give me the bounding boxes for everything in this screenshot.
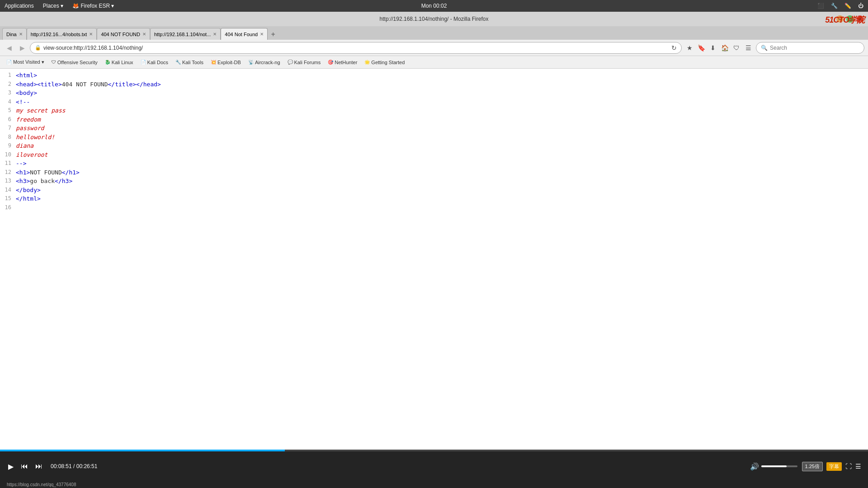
back-button[interactable]: ◀: [4, 42, 14, 53]
line-number: 3: [0, 89, 16, 97]
tab-label: http://192.168.1.104/not...: [154, 32, 211, 37]
clock: Mon 00:02: [421, 3, 447, 9]
source-line: 8helloworld!: [0, 133, 868, 142]
line-content: helloworld!: [16, 133, 55, 142]
bookmark-kali-forums[interactable]: 💬 Kali Forums: [285, 59, 324, 66]
bookmark-icon: 💬: [288, 60, 293, 65]
browser-menu[interactable]: 🦊 Firefox ESR ▾: [72, 3, 114, 9]
line-content: <!--: [16, 98, 30, 107]
bookmark-kali-linux[interactable]: 🐉 Kali Linux: [102, 59, 136, 66]
next-button[interactable]: ⏭: [34, 461, 44, 472]
bookmark-exploit-db[interactable]: 💥 Exploit-DB: [208, 59, 244, 66]
bookmark-label: Most Visited ▾: [13, 59, 44, 65]
source-line: 6freedom: [0, 115, 868, 124]
source-line: 13<h3>go back</h3>: [0, 177, 868, 186]
bookmark-icon: 🌟: [364, 60, 370, 65]
applications-menu[interactable]: Applications: [5, 3, 34, 9]
bookmark-getting-started[interactable]: 🌟 Getting Started: [362, 59, 407, 66]
forward-button[interactable]: ▶: [17, 42, 28, 53]
url-bar-container[interactable]: 🔒 ↻: [30, 42, 682, 54]
line-content: </body>: [16, 186, 41, 195]
tab-close-icon[interactable]: ✕: [89, 32, 93, 37]
nav-icons: ★ 🔖 ⬇ 🏠 🛡 ☰: [684, 42, 754, 53]
bookmark-kali-tools[interactable]: 🔧 Kali Tools: [173, 59, 206, 66]
bookmark-most-visited[interactable]: 📄 Most Visited ▾: [4, 58, 47, 66]
time-display: 00:08:51 / 00:26:51: [51, 463, 97, 469]
tab-nothing[interactable]: http://192.168.1.104/not... ✕: [150, 28, 221, 40]
speed-button[interactable]: 1.25倍: [802, 462, 823, 471]
line-number: 1: [0, 71, 16, 79]
bookmark-save-button[interactable]: 🔖: [696, 42, 707, 53]
bookmark-star-button[interactable]: ★: [684, 42, 695, 53]
title-bar: http://192.168.1.104/nothing/ - Mozilla …: [0, 12, 868, 26]
source-line: 15</html>: [0, 194, 868, 203]
system-bar-right: ⬛ 🔧 ✏️ ⏻: [817, 3, 863, 9]
bookmark-kali-docs[interactable]: 📄 Kali Docs: [138, 59, 171, 66]
search-icon: 🔍: [761, 45, 768, 51]
volume-fill: [761, 465, 787, 467]
home-button[interactable]: 🏠: [719, 42, 730, 53]
bookmark-icon: 🎯: [328, 60, 333, 65]
url-input[interactable]: [43, 45, 669, 51]
play-button[interactable]: ▶: [7, 461, 15, 472]
tab-label: 404 NOT FOUND: [101, 32, 140, 37]
tab-404-not-found[interactable]: 404 NOT FOUND ✕: [97, 28, 150, 40]
bookmark-label: Aircrack-ng: [255, 60, 280, 65]
bookmark-label: Kali Tools: [182, 60, 203, 65]
download-button[interactable]: ⬇: [708, 42, 718, 53]
bookmark-icon: 📡: [248, 60, 254, 65]
video-bar: ▶ ⏮ ⏭ 00:08:51 / 00:26:51 🔊 1.25倍 字幕 ⛶ ☰…: [0, 450, 868, 488]
subtitle-button[interactable]: 字幕: [826, 462, 842, 471]
bookmark-icon: 📄: [141, 60, 146, 65]
sys-icon-3: ✏️: [844, 3, 851, 9]
new-tab-button[interactable]: +: [268, 29, 278, 40]
sys-icon-4[interactable]: ⏻: [858, 3, 863, 9]
tab-close-icon[interactable]: ✕: [213, 32, 217, 37]
prev-button[interactable]: ⏮: [19, 461, 29, 472]
bookmark-nethunter[interactable]: 🎯 NetHunter: [325, 59, 360, 66]
tab-close-icon[interactable]: ✕: [19, 32, 23, 37]
bookmark-icon: 📄: [6, 60, 12, 65]
line-content: diana: [16, 141, 33, 150]
total-time: 00:26:51: [76, 463, 98, 469]
line-number: 8: [0, 133, 16, 141]
bookmark-icon: 🔧: [175, 60, 181, 65]
line-number: 10: [0, 150, 16, 159]
line-content: freedom: [16, 115, 41, 124]
search-input[interactable]: [770, 45, 859, 51]
line-number: 14: [0, 186, 16, 194]
video-right-controls: 1.25倍 字幕 ⛶ ☰: [802, 462, 861, 471]
tab-404-not-found-active[interactable]: 404 Not Found ✕: [221, 28, 268, 40]
bookmark-label: Kali Forums: [294, 60, 321, 65]
tab-dina[interactable]: Dina ✕: [2, 28, 27, 40]
fullscreen-button[interactable]: ⛶: [845, 463, 852, 470]
bookmark-icon: 🛡: [52, 60, 56, 65]
system-bar-left: Applications Places ▾ 🦊 Firefox ESR ▾: [5, 3, 114, 9]
source-line: 10iloveroot: [0, 150, 868, 160]
bookmark-icon: 💥: [211, 60, 216, 65]
source-line: 9diana: [0, 141, 868, 150]
line-number: 2: [0, 80, 16, 88]
tab-close-icon[interactable]: ✕: [260, 32, 264, 37]
logo: 51CTO学院: [821, 13, 868, 27]
line-content: <h1>NOT FOUND</h1>: [16, 168, 80, 177]
source-line: 1<html>: [0, 71, 868, 80]
menu-button[interactable]: ☰: [743, 42, 754, 53]
search-bar-container[interactable]: 🔍: [756, 42, 864, 54]
line-content: my secret pass: [16, 106, 66, 115]
current-time: 00:08:51: [51, 463, 72, 469]
tab-close-icon[interactable]: ✕: [142, 32, 146, 37]
shield-button[interactable]: 🛡: [731, 42, 742, 53]
bookmark-icon: 🐉: [105, 60, 110, 65]
reload-button[interactable]: ↻: [671, 44, 677, 52]
bookmark-aircrack[interactable]: 📡 Aircrack-ng: [245, 59, 283, 66]
bookmarks-bar: 📄 Most Visited ▾ 🛡 Offensive Security 🐉 …: [0, 56, 868, 69]
settings-button[interactable]: ☰: [855, 463, 861, 470]
tab-robots[interactable]: http://192.16...4/robots.txt ✕: [27, 28, 97, 40]
places-menu[interactable]: Places ▾: [43, 3, 63, 9]
line-content: <head><title>404 NOT FOUND</title></head…: [16, 80, 161, 89]
volume-slider[interactable]: [761, 465, 797, 467]
bookmark-label: Getting Started: [371, 60, 405, 65]
bookmark-offensive-security[interactable]: 🛡 Offensive Security: [49, 59, 100, 66]
source-line: 4<!--: [0, 98, 868, 107]
